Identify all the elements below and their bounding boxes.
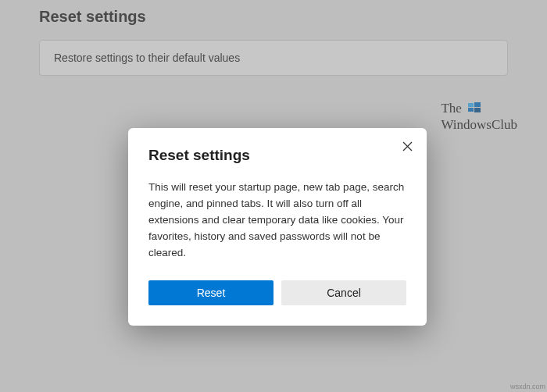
cancel-button[interactable]: Cancel <box>281 280 406 305</box>
footer-mark: wsxdn.com <box>510 383 545 390</box>
dialog-title: Reset settings <box>148 147 406 164</box>
close-icon <box>402 141 413 151</box>
reset-settings-dialog: Reset settings This will reset your star… <box>128 128 427 326</box>
dialog-body-text: This will reset your startup page, new t… <box>148 180 406 262</box>
dialog-button-row: Reset Cancel <box>148 280 406 305</box>
reset-button[interactable]: Reset <box>148 280 274 305</box>
close-button[interactable] <box>400 139 414 153</box>
